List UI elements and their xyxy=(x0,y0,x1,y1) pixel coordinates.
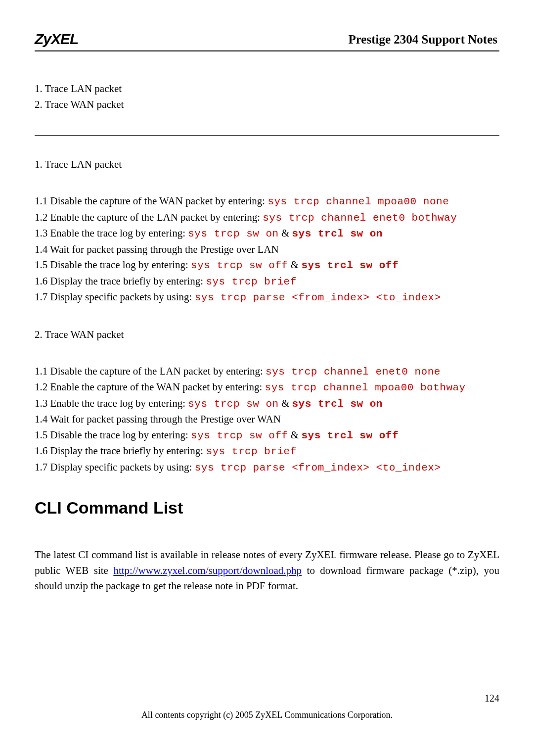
step-text: 1.3 Enable the trace log by entering: xyxy=(35,397,188,409)
step-text: 1.2 Enable the capture of the WAN packet… xyxy=(35,381,265,393)
page-container: ZyXEL Prestige 2304 Support Notes 1. Tra… xyxy=(0,0,534,756)
command-text: sys trcp sw on xyxy=(188,398,278,410)
step-item: 1.6 Display the trace briefly by enterin… xyxy=(35,274,499,290)
step-text: & xyxy=(288,429,302,441)
step-text: 1.2 Enable the capture of the LAN packet… xyxy=(35,211,263,223)
step-item: 1.6 Display the trace briefly by enterin… xyxy=(35,443,499,460)
command-text: sys trcp sw on xyxy=(188,228,278,239)
section-title: 1. Trace LAN packet xyxy=(35,158,499,171)
step-item: 1.1 Disable the capture of the WAN packe… xyxy=(35,193,499,210)
download-link[interactable]: http://www.zyxel.com/support/download.ph… xyxy=(113,565,302,576)
step-item: 1.5 Disable the trace log by entering: s… xyxy=(35,427,499,444)
cli-paragraph: The latest CI command list is available … xyxy=(35,547,499,594)
command-text-bold: sys trcl sw off xyxy=(301,430,399,441)
step-list-lan: 1.1 Disable the capture of the WAN packe… xyxy=(35,193,499,306)
step-text: & xyxy=(279,397,292,409)
command-text: sys trcp channel enet0 none xyxy=(266,366,441,378)
step-text: 1.6 Display the trace briefly by enterin… xyxy=(35,445,206,457)
document-title: Prestige 2304 Support Notes xyxy=(348,33,499,47)
step-text: 1.7 Display specific packets by using: xyxy=(35,461,195,473)
page-number: 124 xyxy=(485,693,499,704)
command-text-bold: sys trcl sw on xyxy=(292,228,383,239)
step-text: 1.3 Enable the trace log by entering: xyxy=(35,227,188,239)
step-item: 1.7 Display specific packets by using: s… xyxy=(35,289,499,306)
step-list-wan: 1.1 Disable the capture of the LAN packe… xyxy=(35,364,499,476)
command-text-bold: sys trcl sw on xyxy=(292,398,383,410)
step-text: 1.6 Display the trace briefly by enterin… xyxy=(35,275,206,287)
heading-cli: CLI Command List xyxy=(35,498,499,518)
section-title: 2. Trace WAN packet xyxy=(35,329,499,341)
step-item: 1.3 Enable the trace log by entering: sy… xyxy=(35,396,499,412)
command-text: sys trcp brief xyxy=(206,446,296,457)
command-text: sys trcp brief xyxy=(206,276,296,287)
step-text: 1.1 Disable the capture of the LAN packe… xyxy=(35,365,266,377)
step-item: 1.7 Display specific packets by using: s… xyxy=(35,460,499,476)
step-text: 1.5 Disable the trace log by entering: xyxy=(35,259,191,271)
top-list: 1. Trace LAN packet 2. Trace WAN packet xyxy=(35,81,499,112)
command-text: sys trcp sw off xyxy=(191,430,288,441)
step-text: & xyxy=(288,259,302,271)
command-text: sys trcp channel enet0 bothway xyxy=(263,212,457,224)
command-text: sys trcp sw off xyxy=(191,260,288,271)
step-text: 1.7 Display specific packets by using: xyxy=(35,291,195,303)
step-item: 1.2 Enable the capture of the WAN packet… xyxy=(35,379,499,396)
step-item: 1.2 Enable the capture of the LAN packet… xyxy=(35,210,499,226)
step-text: 1.5 Disable the trace log by entering: xyxy=(35,429,191,441)
separator-line xyxy=(35,135,499,136)
command-text: sys trcp parse <from_index> <to_index> xyxy=(195,292,441,303)
top-list-item: 1. Trace LAN packet xyxy=(35,81,499,97)
step-item: 1.1 Disable the capture of the LAN packe… xyxy=(35,364,499,380)
step-item: 1.4 Wait for packet passing through the … xyxy=(35,242,499,258)
step-item: 1.5 Disable the trace log by entering: s… xyxy=(35,257,499,274)
top-list-item: 2. Trace WAN packet xyxy=(35,97,499,113)
step-text: & xyxy=(279,227,292,239)
command-text: sys trcp channel mpoa00 bothway xyxy=(265,382,466,393)
step-item: 1.3 Enable the trace log by entering: sy… xyxy=(35,226,499,242)
command-text: sys trcp parse <from_index> <to_index> xyxy=(195,462,441,473)
brand-logo: ZyXEL xyxy=(35,31,78,47)
step-text: 1.1 Disable the capture of the WAN packe… xyxy=(35,195,267,207)
command-text: sys trcp channel mpoa00 none xyxy=(267,196,449,207)
command-text-bold: sys trcl sw off xyxy=(301,260,399,271)
footer-copyright: All contents copyright (c) 2005 ZyXEL Co… xyxy=(0,710,534,720)
page-header: ZyXEL Prestige 2304 Support Notes xyxy=(35,31,499,51)
step-item: 1.4 Wait for packet passing through the … xyxy=(35,412,499,427)
